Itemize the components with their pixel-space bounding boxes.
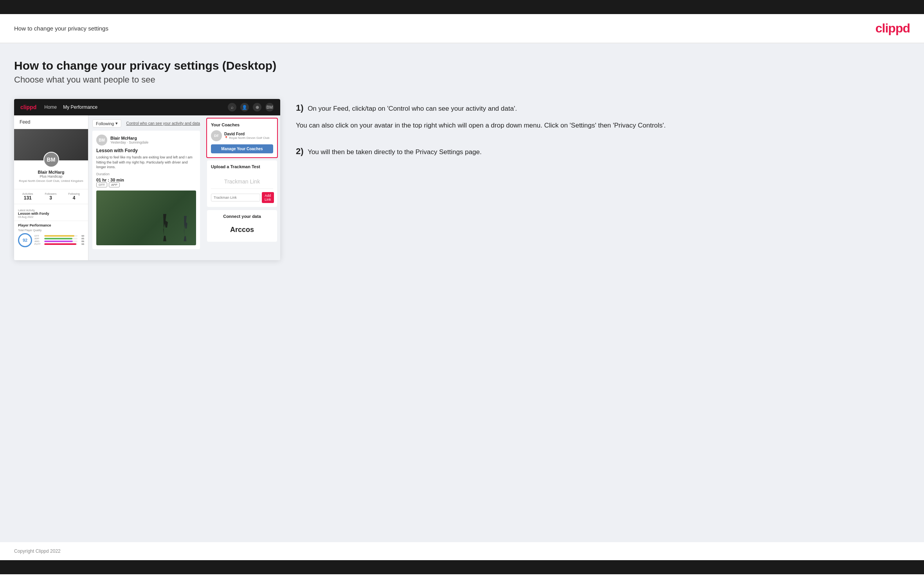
search-icon[interactable]: ⌕ [228,103,236,111]
bar-value-app: 85 [79,237,84,240]
latest-activity: Latest Activity Lesson with Fordy 03 Aug… [14,207,88,221]
post-desc: Looking to feel like my hands are exitin… [96,155,196,170]
feed-tab[interactable]: Feed [14,115,88,129]
coaches-card: Your Coaches DF David Ford 📍 Royal North… [207,119,277,157]
bar-arg: ARG 86 [34,240,84,243]
manage-coaches-button[interactable]: Manage Your Coaches [211,144,273,153]
post-header: BM Blair McHarg Yesterday · Sunningdale [96,135,196,146]
coach-club: 📍 Royal North Devon Golf Club [224,136,269,140]
bar-track-putt [44,243,77,245]
bar-label-app: APP [34,237,43,240]
profile-club: Royal North Devon Golf Club, United King… [18,179,84,183]
instruction-2-number: 2) [296,146,306,156]
bar-track-ott [44,235,77,237]
following-button[interactable]: Following ▾ [92,119,121,128]
instruction-1: 1) On your Feed, click/tap on 'Control w… [296,103,910,131]
post-duration-value: 01 hr : 30 min [96,178,196,182]
page-header-title: How to change your privacy settings [14,25,108,32]
post-author-avatar: BM [96,135,107,146]
app-feed: Following ▾ Control who can see your act… [88,115,204,260]
bar-track-app [44,238,77,239]
post-title: Lesson with Fordy [96,148,196,153]
app-nav-logo: clippd [20,104,36,110]
latest-title: Lesson with Fordy [18,212,84,216]
mockup-wrapper: clippd Home My Performance ⌕ 👤 ⊕ BM Feed [14,99,280,260]
chevron-down-icon: ▾ [115,121,118,126]
following-bar: Following ▾ Control who can see your act… [92,119,200,128]
latest-label: Latest Activity [18,209,84,212]
coach-avatar: DF [211,130,222,141]
two-col-layout: clippd Home My Performance ⌕ 👤 ⊕ BM Feed [14,99,910,260]
stat-activities: Activities 131 [22,192,33,201]
main-content: How to change your privacy settings (Des… [0,43,924,542]
instruction-1-extra: You can also click on your avatar in the… [296,120,910,131]
location-icon: 📍 [224,136,228,140]
following-value: 4 [68,195,80,201]
profile-avatar: BM [43,152,59,167]
nav-link-performance[interactable]: My Performance [63,104,97,110]
profile-name: Blair McHarg [18,170,84,174]
bar-putt: PUTT 96 [34,243,84,245]
tag-app: APP [109,182,120,187]
avatar-icon[interactable]: BM [265,103,274,111]
person-icon[interactable]: 👤 [240,103,249,111]
post-author-name: Blair McHarg [110,136,148,140]
post-card: BM Blair McHarg Yesterday · Sunningdale … [92,131,200,249]
stat-followers: Followers 3 [45,192,57,201]
page-header: How to change your privacy settings clip… [0,14,924,43]
activities-label: Activities [22,192,33,195]
plus-icon[interactable]: ⊕ [253,103,261,111]
post-meta: Yesterday · Sunningdale [110,140,148,144]
activities-value: 131 [22,195,33,201]
instruction-2: 2) You will then be taken directly to th… [296,146,910,157]
quality-bars: OTT 90 APP [34,235,84,246]
app-right-sidebar: Your Coaches DF David Ford 📍 Royal North… [204,115,280,260]
perf-title: Player Performance [18,223,84,227]
profile-handicap: Plus Handicap [18,174,84,178]
arccos-brand: Arccos [211,222,273,238]
instruction-2-text: You will then be taken directly to the P… [308,148,481,156]
app-sidebar: Feed BM Blair McHarg Plus Handicap Royal… [14,115,88,260]
bar-fill-ott [44,235,74,237]
golfer-silhouette-1 [157,214,173,241]
bar-fill-arg [44,241,73,242]
page-footer: Copyright Clippd 2022 [0,542,924,560]
bar-value-ott: 90 [79,235,84,237]
instructions-col: 1) On your Feed, click/tap on 'Control w… [296,99,910,173]
content-title: How to change your privacy settings (Des… [14,59,910,72]
bar-label-putt: PUTT [34,243,43,245]
trackman-input-row: Add Link [211,192,273,203]
post-duration-label: Duration [96,172,196,176]
bar-app: APP 85 [34,237,84,240]
post-image [96,191,196,245]
trackman-input[interactable] [211,194,260,201]
post-tags: OTT APP [96,182,196,187]
stat-following: Following 4 [68,192,80,201]
connect-title: Connect your data [211,214,273,219]
app-body: Feed BM Blair McHarg Plus Handicap Royal… [14,115,280,260]
app-nav-icons: ⌕ 👤 ⊕ BM [228,103,274,111]
profile-stats: Activities 131 Followers 3 Following 4 [14,189,88,204]
followers-value: 3 [45,195,57,201]
bar-ott: OTT 90 [34,235,84,237]
instruction-1-text: On your Feed, click/tap on 'Control who … [308,105,517,112]
quality-score: 92 [18,233,32,247]
bar-fill-app [44,238,72,239]
clippd-logo: clippd [875,21,910,36]
tag-ott: OTT [96,182,107,187]
post-author-info: Blair McHarg Yesterday · Sunningdale [110,136,148,144]
following-label: Following [96,121,114,126]
content-subtitle: Choose what you want people to see [14,75,910,85]
coaches-annotation-wrapper: Your Coaches DF David Ford 📍 Royal North… [207,119,277,157]
control-privacy-link[interactable]: Control who can see your activity and da… [126,121,200,126]
nav-link-home[interactable]: Home [44,104,57,110]
footer-text: Copyright Clippd 2022 [14,548,61,554]
bar-value-putt: 96 [79,243,84,245]
coach-info: David Ford 📍 Royal North Devon Golf Club [224,132,269,140]
latest-date: 03 Aug 2022 [18,216,84,218]
add-link-button[interactable]: Add Link [262,192,274,203]
screenshot-mockup: clippd Home My Performance ⌕ 👤 ⊕ BM Feed [14,99,280,260]
top-bar [0,0,924,14]
profile-image-area: BM [14,129,88,160]
coaches-title: Your Coaches [211,122,273,127]
